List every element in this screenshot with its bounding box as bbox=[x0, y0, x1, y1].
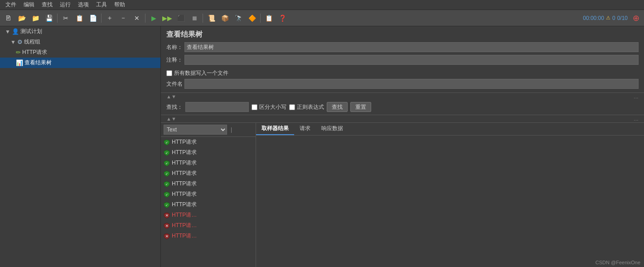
toolbar-jar[interactable]: 📦 bbox=[218, 12, 231, 24]
case-sensitive-group: 区分大小写 bbox=[252, 103, 286, 111]
total-count: 0/10 bbox=[617, 15, 628, 21]
result-item-5[interactable]: ✓ HTTP请求 bbox=[161, 179, 256, 189]
result-item-2[interactable]: ✓ HTTP请求 bbox=[161, 147, 256, 158]
comment-row: 注释： bbox=[166, 55, 639, 65]
toolbar-template[interactable]: 🔶 bbox=[246, 12, 258, 24]
shield-ok-icon-4: ✓ bbox=[164, 170, 170, 177]
toolbar-shutdown[interactable]: ⏹ bbox=[188, 12, 201, 24]
write-file-checkbox[interactable] bbox=[166, 70, 172, 76]
menu-bar: 文件 编辑 查找 运行 选项 工具 帮助 bbox=[0, 0, 644, 10]
menu-edit[interactable]: 编辑 bbox=[20, 0, 38, 10]
type-dropdown[interactable]: Text RegExp Tester CSS/JQuery XPath Test… bbox=[164, 125, 227, 135]
tab-request[interactable]: 请求 bbox=[294, 123, 316, 135]
toolbar-start-no-pause[interactable]: ▶▶ bbox=[161, 12, 174, 24]
result-item-7[interactable]: ✓ HTTP请求 bbox=[161, 199, 256, 210]
name-label: 名称： bbox=[166, 44, 184, 51]
menu-help[interactable]: 帮助 bbox=[111, 0, 129, 10]
tree-item-thread-group[interactable]: ▼ ⚙ 线程组 bbox=[0, 37, 160, 47]
left-tree-panel: ▼ 👤 测试计划 ▼ ⚙ 线程组 ✏ HTTP请求 📊 查看结果树 bbox=[0, 26, 161, 267]
thread-group-icon: ⚙ bbox=[17, 39, 23, 45]
toolbar-clear[interactable]: ✕ bbox=[131, 12, 143, 24]
shield-ok-icon-5: ✓ bbox=[164, 181, 170, 187]
svg-text:✕: ✕ bbox=[165, 224, 169, 228]
toolbar-save[interactable]: 💾 bbox=[43, 12, 55, 24]
svg-text:✓: ✓ bbox=[165, 162, 168, 165]
svg-text:✓: ✓ bbox=[165, 172, 168, 175]
result-item-9[interactable]: ✕ HTTP请… bbox=[161, 220, 256, 231]
search-bar: 查找： 区分大小写 正则表达式 查找 重置 bbox=[161, 100, 644, 114]
arrow-icons: ▲▼ bbox=[166, 94, 176, 99]
result-item-4[interactable]: ✓ HTTP请求 bbox=[161, 168, 256, 179]
shield-ok-icon-2: ✓ bbox=[164, 150, 170, 156]
toolbar-help[interactable]: ❓ bbox=[276, 12, 289, 24]
regex-label: 正则表达式 bbox=[297, 103, 324, 111]
menu-options[interactable]: 选项 bbox=[74, 0, 92, 10]
result-label-3: HTTP请求 bbox=[172, 159, 197, 167]
menu-tools[interactable]: 工具 bbox=[92, 0, 111, 10]
comment-input[interactable] bbox=[184, 55, 639, 65]
tree-item-http-request[interactable]: ✏ HTTP请求 bbox=[0, 47, 160, 58]
toolbar-sep-4 bbox=[203, 14, 203, 23]
regex-checkbox[interactable] bbox=[289, 104, 295, 110]
divider-row-1: ▲▼ … bbox=[161, 92, 644, 100]
test-plan-icon: 👤 bbox=[12, 28, 19, 35]
filename-section: 文件名 bbox=[161, 79, 644, 92]
detail-tabs: 取样器结果 请求 响应数据 bbox=[256, 123, 644, 136]
toolbar-sep-2 bbox=[101, 14, 102, 23]
name-input[interactable] bbox=[184, 42, 639, 52]
main-layout: ▼ 👤 测试计划 ▼ ⚙ 线程组 ✏ HTTP请求 📊 查看结果树 查看结果树 … bbox=[0, 26, 644, 267]
search-input[interactable] bbox=[185, 102, 249, 112]
toolbar-open[interactable]: 📂 bbox=[15, 12, 28, 24]
detail-content bbox=[256, 136, 644, 267]
svg-text:✓: ✓ bbox=[165, 141, 168, 144]
reset-button[interactable]: 重置 bbox=[350, 102, 371, 112]
toolbar-sep-1 bbox=[57, 14, 58, 23]
toolbar-cut[interactable]: ✂ bbox=[59, 12, 72, 24]
result-item-6[interactable]: ✓ HTTP请求 bbox=[161, 189, 256, 199]
result-item-10[interactable]: ✕ HTTP请… bbox=[161, 231, 256, 241]
tab-response-data[interactable]: 响应数据 bbox=[316, 123, 349, 135]
tree-item-test-plan[interactable]: ▼ 👤 测试计划 bbox=[0, 26, 160, 37]
toolbar-remote[interactable]: 🔭 bbox=[232, 12, 245, 24]
toolbar: 🖹 📂 📁 💾 ✂ 📋 📄 ＋ － ✕ ▶ ▶▶ ⬛ ⏹ 📜 📦 🔭 🔶 📋 ❓… bbox=[0, 10, 644, 26]
tab-sampler-result[interactable]: 取样器结果 bbox=[256, 123, 294, 135]
comment-label: 注释： bbox=[166, 56, 184, 64]
result-list-panel: Text RegExp Tester CSS/JQuery XPath Test… bbox=[161, 123, 256, 267]
content-area: Text RegExp Tester CSS/JQuery XPath Test… bbox=[161, 122, 644, 267]
toolbar-paste[interactable]: 📄 bbox=[87, 12, 99, 24]
toolbar-expand[interactable]: ⊕ bbox=[629, 12, 642, 24]
toolbar-log-toggle[interactable]: 📋 bbox=[262, 12, 275, 24]
thread-group-label: 线程组 bbox=[24, 38, 40, 46]
menu-run[interactable]: 运行 bbox=[56, 0, 74, 10]
filename-input[interactable] bbox=[184, 79, 639, 89]
divider-dots-1: … bbox=[634, 94, 639, 99]
result-item-1[interactable]: ✓ HTTP请求 bbox=[161, 137, 256, 147]
divider-row-2: ▲▼ … bbox=[161, 115, 644, 122]
toolbar-save-template[interactable]: 📁 bbox=[29, 12, 42, 24]
menu-file[interactable]: 文件 bbox=[2, 0, 20, 10]
tree-arrow-thread-group: ▼ bbox=[10, 39, 16, 45]
menu-find[interactable]: 查找 bbox=[38, 0, 56, 10]
filename-row: 文件名 bbox=[166, 79, 639, 89]
view-results-label: 查看结果树 bbox=[24, 59, 52, 67]
toolbar-script[interactable]: 📜 bbox=[205, 12, 218, 24]
result-item-8[interactable]: ✕ HTTP请… bbox=[161, 210, 256, 220]
tree-item-view-results[interactable]: 📊 查看结果树 bbox=[0, 58, 160, 68]
toolbar-add[interactable]: ＋ bbox=[103, 12, 116, 24]
warn-icon: ⚠ bbox=[606, 15, 610, 21]
toolbar-sep-5 bbox=[260, 14, 261, 23]
toolbar-stop[interactable]: ⬛ bbox=[174, 12, 187, 24]
divider-dots-2: … bbox=[634, 116, 639, 121]
toolbar-new[interactable]: 🖹 bbox=[2, 12, 15, 24]
view-results-icon: 📊 bbox=[16, 59, 23, 66]
find-button[interactable]: 查找 bbox=[327, 102, 348, 112]
svg-text:✓: ✓ bbox=[165, 204, 168, 207]
case-checkbox[interactable] bbox=[252, 104, 257, 110]
toolbar-start[interactable]: ▶ bbox=[147, 12, 160, 24]
toolbar-copy[interactable]: 📋 bbox=[73, 12, 86, 24]
regex-group: 正则表达式 bbox=[289, 103, 324, 111]
result-item-3[interactable]: ✓ HTTP请求 bbox=[161, 158, 256, 168]
write-file-label: 所有数据写入一个文件 bbox=[174, 69, 228, 77]
result-label-2: HTTP请求 bbox=[172, 149, 197, 156]
toolbar-remove[interactable]: － bbox=[117, 12, 130, 24]
